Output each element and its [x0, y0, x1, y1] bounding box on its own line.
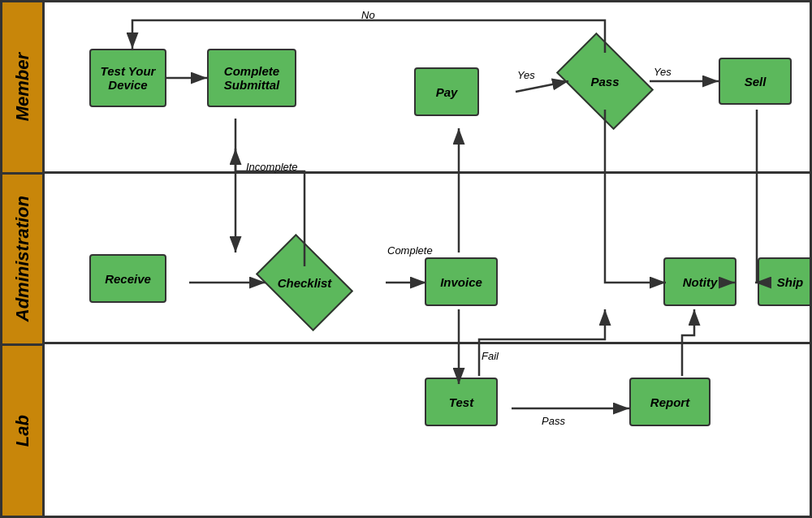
- complete-submittal-box: Complete Submittal: [207, 49, 296, 107]
- pass-diamond: Pass: [564, 53, 646, 110]
- test-box: Test: [425, 378, 498, 426]
- pay-box: Pay: [414, 67, 479, 116]
- invoice-label: Invoice: [440, 275, 482, 289]
- lab-label: Lab: [12, 415, 33, 447]
- test-device-label: Test Your Device: [101, 64, 156, 92]
- lane-label-administration: Administration: [2, 175, 42, 347]
- checklist-label: Checklist: [278, 276, 332, 290]
- checklist-diamond: Checklist: [264, 254, 345, 311]
- incomplete-arrow-label: Incomplete: [246, 161, 298, 173]
- notify-label: Notity: [683, 275, 718, 289]
- fail-arrow-label: Fail: [482, 350, 499, 362]
- complete-submittal-label: Complete Submittal: [224, 64, 279, 92]
- pass-lab-arrow-label: Pass: [542, 415, 565, 427]
- yes-pay-arrow-label: Yes: [517, 69, 535, 81]
- sell-box: Sell: [719, 58, 792, 105]
- ship-label: Ship: [777, 275, 804, 289]
- member-label: Member: [12, 53, 33, 121]
- pass-diamond-label: Pass: [590, 75, 619, 88]
- svg-line-4: [516, 81, 568, 92]
- lanes-wrapper: Test Your Device Complete Submittal Pay …: [45, 2, 810, 516]
- invoice-box: Invoice: [425, 257, 498, 306]
- receive-label: Receive: [105, 272, 151, 286]
- report-label: Report: [650, 395, 689, 409]
- diagram-container: Member Administration Lab: [0, 0, 812, 518]
- sell-label: Sell: [745, 75, 767, 88]
- administration-label: Administration: [12, 196, 33, 322]
- yes-pass-arrow-label: Yes: [654, 66, 672, 78]
- complete-arrow-label: Complete: [387, 244, 433, 257]
- notify-box: Notity: [663, 257, 736, 306]
- swimlane-labels: Member Administration Lab: [2, 2, 45, 516]
- no-arrow-label: No: [361, 9, 375, 21]
- test-your-device-box: Test Your Device: [89, 49, 166, 107]
- report-box: Report: [629, 378, 710, 426]
- pay-label: Pay: [436, 85, 458, 99]
- lane-label-member: Member: [2, 2, 42, 175]
- test-label: Test: [449, 395, 473, 409]
- ship-box: Ship: [758, 257, 812, 306]
- receive-box: Receive: [89, 254, 166, 303]
- lane-label-lab: Lab: [2, 346, 42, 516]
